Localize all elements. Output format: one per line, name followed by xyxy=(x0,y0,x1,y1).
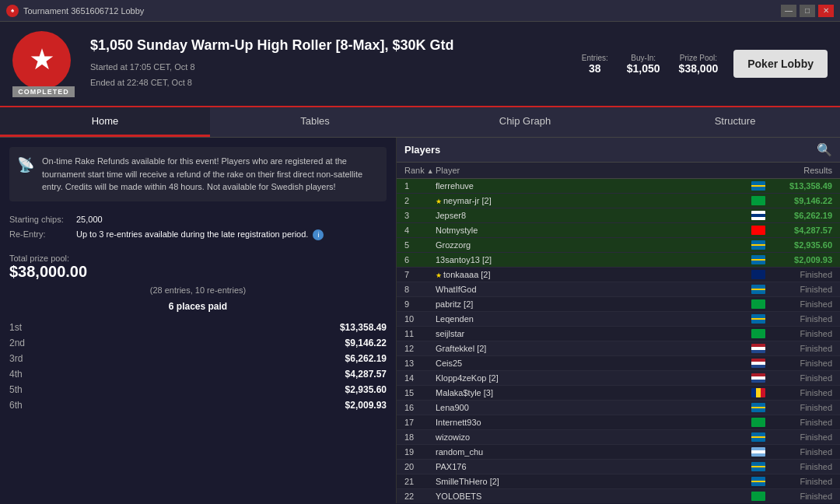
table-row[interactable]: 21 SmilleThHero [2] Finished xyxy=(397,474,840,489)
table-row[interactable]: 12 Graftekkel [2] Finished xyxy=(397,341,840,356)
country-flag xyxy=(751,196,765,205)
tab-structure[interactable]: Structure xyxy=(630,107,840,137)
player-name: PAX176 xyxy=(436,462,747,471)
prize-row: 3rd$6,262.19 xyxy=(9,351,387,366)
country-flag xyxy=(751,373,765,383)
flag-cell xyxy=(747,211,770,220)
table-row[interactable]: 1 flerrehuve $13,358.49 xyxy=(397,179,840,194)
country-flag xyxy=(751,492,765,501)
poker-lobby-button[interactable]: Poker Lobby xyxy=(733,50,828,78)
flag-cell xyxy=(747,270,770,279)
table-row[interactable]: 10 Leqenden Finished xyxy=(397,312,840,327)
player-rank: 10 xyxy=(404,314,436,324)
table-row[interactable]: 15 Malaka$tyle [3] Finished xyxy=(397,386,840,401)
table-row[interactable]: 22 YOLOBETS Finished xyxy=(397,489,840,503)
flag-cell xyxy=(747,418,770,427)
country-flag xyxy=(751,403,765,412)
table-row[interactable]: 4 Notmystyle $4,287.57 xyxy=(397,223,840,238)
prize-position: 6th xyxy=(9,400,23,411)
player-result: Finished xyxy=(770,270,832,279)
app-icon: ♠ xyxy=(6,5,19,17)
star-icon: ★ xyxy=(436,198,442,205)
flag-cell xyxy=(747,447,770,457)
status-badge: COMPLETED xyxy=(12,86,75,97)
table-row[interactable]: 2 ★neymar-jr [2] $9,146.22 xyxy=(397,194,840,208)
player-result: Finished xyxy=(770,418,832,427)
prize-row: 2nd$9,146.22 xyxy=(9,335,387,351)
table-row[interactable]: 14 Klopp4zeKop [2] Finished xyxy=(397,371,840,386)
close-button[interactable]: ✕ xyxy=(818,5,834,17)
player-name: wizowizo xyxy=(436,432,747,442)
entries-label: Entries: xyxy=(582,54,608,62)
table-row[interactable]: 20 PAX176 Finished xyxy=(397,460,840,474)
table-row[interactable]: 16 Lena900 Finished xyxy=(397,401,840,415)
country-flag xyxy=(751,462,765,471)
player-rank: 9 xyxy=(404,299,436,309)
tournament-started: Started at 17:05 CET, Oct 8 xyxy=(90,60,582,75)
player-result: Finished xyxy=(770,314,832,324)
flag-column-header xyxy=(747,166,770,175)
chips-info: Starting chips: 25,000 Re-Entry: Up to 3… xyxy=(9,212,387,243)
tournament-ended: Ended at 22:48 CET, Oct 8 xyxy=(90,75,582,91)
player-result: $2,009.93 xyxy=(770,255,832,264)
minimize-button[interactable]: — xyxy=(781,5,796,17)
country-flag xyxy=(751,432,765,442)
country-flag xyxy=(751,314,765,324)
table-row[interactable]: 18 wizowizo Finished xyxy=(397,430,840,445)
prize-table: 1st$13,358.492nd$9,146.223rd$6,262.194th… xyxy=(9,320,387,413)
window-controls: — □ ✕ xyxy=(781,5,834,17)
table-row[interactable]: 8 WhatIfGod Finished xyxy=(397,282,840,297)
navigation-tabs: Home Tables Chip Graph Structure xyxy=(0,107,840,138)
player-name: SmilleThHero [2] xyxy=(436,477,747,486)
table-row[interactable]: 9 pabritz [2] Finished xyxy=(397,297,840,312)
player-rank: 5 xyxy=(404,240,436,250)
header-stats: Entries: 38 Buy-In: $1,050 Prize Pool: $… xyxy=(582,54,718,75)
table-row[interactable]: 17 Internett93o Finished xyxy=(397,415,840,430)
tab-home[interactable]: Home xyxy=(0,107,210,137)
country-flag xyxy=(751,181,765,191)
table-row[interactable]: 11 seijlstar Finished xyxy=(397,327,840,341)
prize-section: Total prize pool: $38,000.00 (28 entries… xyxy=(9,254,387,413)
table-row[interactable]: 6 13santoy13 [2] $2,009.93 xyxy=(397,253,840,268)
buyin-value: $1,050 xyxy=(627,62,660,75)
country-flag xyxy=(751,285,765,294)
prize-row: 1st$13,358.49 xyxy=(9,320,387,335)
player-rank: 19 xyxy=(404,447,436,457)
entries-info: (28 entries, 10 re-entries) xyxy=(9,285,387,295)
players-columns: Rank ▲ Player Results xyxy=(397,163,840,179)
maximize-button[interactable]: □ xyxy=(800,5,815,17)
prize-position: 4th xyxy=(9,369,23,380)
prize-amount: $6,262.19 xyxy=(345,353,387,364)
player-name: random_chu xyxy=(436,447,747,457)
player-name: Leqenden xyxy=(436,314,747,324)
search-icon[interactable]: 🔍 xyxy=(817,142,832,157)
logo-area: ★ COMPLETED xyxy=(12,31,75,97)
prize-row: 5th$2,935.60 xyxy=(9,382,387,397)
tournament-header: ★ COMPLETED $1,050 Sunday Warm-Up High R… xyxy=(0,22,840,107)
prizepool-value: $38,000 xyxy=(679,62,719,75)
starting-chips-label: Starting chips: xyxy=(9,212,72,228)
flag-cell xyxy=(747,373,770,383)
players-list: 1 flerrehuve $13,358.49 2 ★neymar-jr [2]… xyxy=(397,179,840,503)
flag-cell xyxy=(747,255,770,264)
table-row[interactable]: 19 random_chu Finished xyxy=(397,445,840,460)
table-row[interactable]: 5 Grozzorg $2,935.60 xyxy=(397,238,840,253)
player-name: Ceis25 xyxy=(436,359,747,368)
table-row[interactable]: 3 Jepser8 $6,262.19 xyxy=(397,208,840,223)
prize-position: 5th xyxy=(9,384,23,395)
player-name: ★tonkaaaa [2] xyxy=(436,270,747,279)
info-icon[interactable]: i xyxy=(313,229,324,240)
prize-row: 6th$2,009.93 xyxy=(9,397,387,413)
country-flag xyxy=(751,226,765,235)
tab-tables[interactable]: Tables xyxy=(210,107,420,137)
country-flag xyxy=(751,477,765,486)
table-row[interactable]: 13 Ceis25 Finished xyxy=(397,356,840,371)
player-name: pabritz [2] xyxy=(436,299,747,309)
table-row[interactable]: 7 ★tonkaaaa [2] Finished xyxy=(397,268,840,282)
player-rank: 20 xyxy=(404,462,436,471)
player-result: $13,358.49 xyxy=(770,181,832,191)
prize-row: 4th$4,287.57 xyxy=(9,366,387,382)
country-flag xyxy=(751,388,765,397)
prize-position: 1st xyxy=(9,322,22,333)
tab-chip-graph[interactable]: Chip Graph xyxy=(420,107,630,137)
